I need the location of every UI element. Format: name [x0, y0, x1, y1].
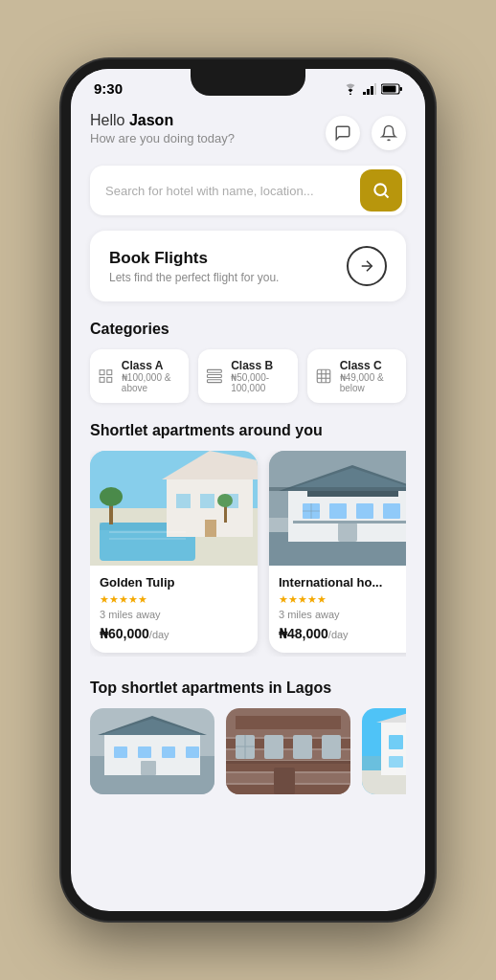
greeting-name: Jason [129, 112, 173, 128]
svg-rect-80 [264, 735, 283, 759]
shortlet-distance-international: 3 miles away [279, 609, 406, 620]
categories-row: Class A ₦100,000 & above Class B ₦50,000… [90, 349, 406, 403]
svg-rect-14 [100, 377, 104, 382]
svg-rect-86 [226, 761, 350, 764]
category-b-price: ₦50,000-100,000 [231, 372, 290, 393]
category-chip-class-c[interactable]: Class C ₦49,000 & below [307, 349, 406, 403]
top-img-2 [226, 708, 350, 794]
book-flights-card[interactable]: Book Flights Lets find the perfect fligh… [90, 231, 406, 301]
shortlet-name-international: International ho... [279, 575, 406, 590]
svg-rect-30 [200, 494, 214, 508]
bell-icon [380, 124, 397, 142]
price-value-international: ₦48,000 [279, 626, 328, 641]
book-flights-subtitle: Lets find the perfect flight for you. [109, 271, 279, 284]
svg-rect-48 [356, 503, 373, 519]
price-unit-international: /day [328, 629, 349, 640]
chinese-house-illustration [269, 451, 406, 566]
svg-rect-53 [293, 521, 406, 523]
greeting-subtitle: How are you doing today? [90, 131, 235, 145]
status-time: 9:30 [94, 80, 123, 97]
price-value-golden-tulip: ₦60,000 [100, 626, 149, 641]
phone-frame: 9:30 [61, 59, 435, 921]
search-icon [372, 181, 391, 200]
svg-rect-13 [107, 377, 112, 382]
shortlet-img-golden-tulip [90, 451, 258, 566]
notch [191, 69, 305, 96]
svg-rect-16 [208, 375, 222, 378]
search-bar[interactable]: Search for hotel with name, location... [90, 166, 406, 215]
top-row [90, 708, 406, 794]
shortlet-stars-international: ★★★★★ [279, 593, 406, 606]
svg-rect-15 [208, 369, 222, 372]
book-flights-arrow[interactable] [347, 246, 387, 286]
book-flights-title: Book Flights [109, 249, 279, 268]
main-content: Hello Jason How are you doing today? [71, 100, 425, 813]
top-card-2[interactable] [226, 708, 350, 794]
greeting-text: Hello Jason [90, 112, 235, 129]
top-section-title: Top shortlet apartments in Lagos [90, 679, 406, 697]
svg-rect-70 [141, 761, 156, 775]
svg-rect-7 [383, 85, 396, 92]
svg-rect-96 [389, 756, 403, 768]
search-button[interactable] [360, 169, 402, 212]
top-img-3 [362, 708, 406, 794]
search-placeholder: Search for hotel with name, location... [105, 184, 360, 198]
svg-rect-11 [100, 370, 104, 375]
svg-rect-66 [114, 746, 127, 758]
svg-rect-47 [329, 503, 347, 519]
svg-rect-3 [371, 86, 373, 95]
svg-rect-52 [338, 523, 357, 542]
svg-rect-69 [186, 746, 199, 758]
svg-rect-32 [205, 520, 216, 537]
svg-rect-1 [363, 92, 366, 95]
svg-line-9 [385, 194, 389, 198]
category-c-info: Class C ₦49,000 & below [340, 359, 398, 393]
greeting-hello: Hello [90, 112, 129, 128]
class-a-icon [98, 366, 114, 387]
category-chip-class-a[interactable]: Class A ₦100,000 & above [90, 349, 189, 403]
categories-title: Categories [90, 321, 406, 338]
battery-icon [381, 83, 402, 95]
category-c-name: Class C [340, 359, 398, 372]
top-img-1 [90, 708, 214, 794]
status-icons [343, 83, 402, 95]
svg-rect-93 [389, 735, 403, 749]
top-card-3[interactable] [362, 708, 406, 794]
category-c-price: ₦49,000 & below [340, 372, 398, 393]
header: Hello Jason How are you doing today? [90, 112, 406, 150]
shortlet-distance-golden-tulip: 3 miles away [100, 609, 248, 620]
class-b-icon [206, 366, 223, 387]
top-card-1[interactable] [90, 708, 214, 794]
category-b-info: Class B ₦50,000-100,000 [231, 359, 290, 393]
shortlet-price-international: ₦48,000/day [279, 626, 406, 641]
shortlet-card-golden-tulip[interactable]: Golden Tulip ★★★★★ 3 miles away ₦60,000/… [90, 451, 258, 653]
svg-rect-18 [317, 369, 330, 383]
svg-rect-49 [383, 503, 400, 519]
shortlet-title: Shortlet apartments around you [90, 422, 406, 439]
svg-rect-82 [322, 735, 341, 759]
notification-button[interactable] [372, 116, 406, 150]
svg-rect-45 [307, 491, 398, 497]
book-flights-info: Book Flights Lets find the perfect fligh… [109, 249, 279, 284]
header-actions [326, 116, 406, 150]
svg-point-36 [100, 487, 123, 506]
svg-rect-54 [269, 487, 406, 491]
shortlet-card-international[interactable]: International ho... ★★★★★ 3 miles away ₦… [269, 451, 406, 653]
svg-rect-67 [138, 746, 151, 758]
svg-rect-12 [107, 370, 112, 375]
shortlet-img-international [269, 451, 406, 566]
category-b-name: Class B [231, 359, 290, 372]
svg-rect-4 [374, 83, 376, 95]
pool-villa-illustration [90, 451, 258, 566]
shortlet-info-golden-tulip: Golden Tulip ★★★★★ 3 miles away ₦60,000/… [90, 566, 258, 653]
svg-rect-17 [208, 380, 222, 383]
price-unit-golden-tulip: /day [149, 629, 169, 640]
class-c-icon [315, 366, 332, 387]
svg-rect-85 [274, 768, 295, 794]
shortlet-row: Golden Tulip ★★★★★ 3 miles away ₦60,000/… [90, 451, 406, 657]
svg-point-8 [374, 184, 386, 195]
shortlet-name-golden-tulip: Golden Tulip [100, 575, 248, 590]
message-button[interactable] [326, 116, 360, 150]
greeting-block: Hello Jason How are you doing today? [90, 112, 235, 145]
category-chip-class-b[interactable]: Class B ₦50,000-100,000 [198, 349, 297, 403]
